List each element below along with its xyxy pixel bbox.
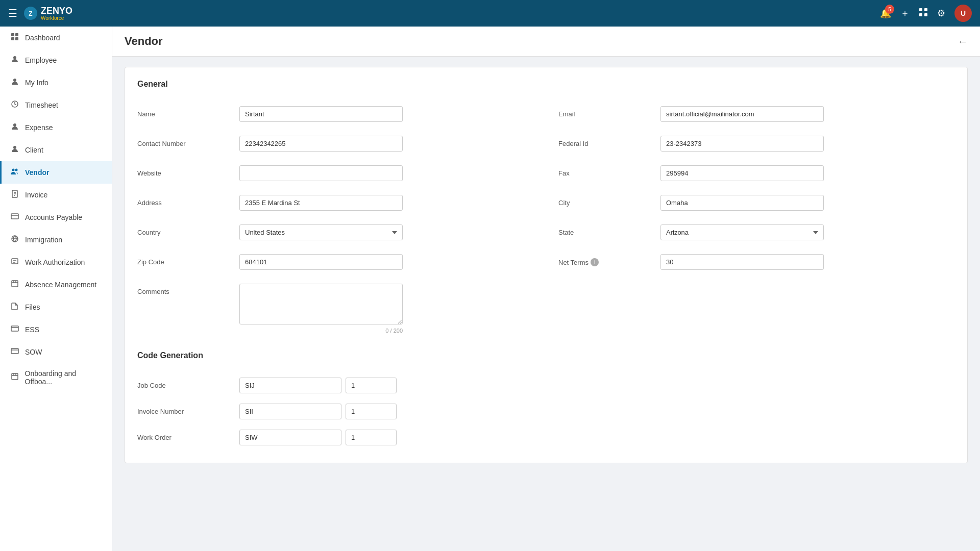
- svg-rect-23: [11, 348, 18, 354]
- sidebar-item-vendor[interactable]: Vendor: [0, 161, 112, 184]
- federal-id-row: Federal Id: [558, 131, 955, 160]
- comments-row: Comments 0 / 200: [137, 279, 546, 339]
- comments-label: Comments: [137, 284, 239, 295]
- user-avatar[interactable]: U: [954, 5, 972, 22]
- notification-bell[interactable]: 🔔 5: [880, 8, 891, 19]
- sidebar-item-client[interactable]: Client: [0, 139, 112, 161]
- comments-textarea[interactable]: [239, 284, 403, 324]
- state-row: State Arizona California Texas Nebraska: [558, 219, 955, 249]
- sidebar: Dashboard Employee My Info Timesheet: [0, 27, 112, 551]
- fax-row: Fax: [558, 160, 955, 190]
- myinfo-icon: [10, 78, 20, 88]
- general-section-title: General: [137, 80, 955, 89]
- sidebar-item-absence-management[interactable]: Absence Management: [0, 273, 112, 296]
- settings-button[interactable]: ⚙: [937, 8, 945, 19]
- sidebar-item-expense[interactable]: Expense: [0, 116, 112, 139]
- address-label: Address: [137, 195, 239, 207]
- vendor-form-card: General Name Contact Number: [125, 67, 968, 463]
- sidebar-item-dashboard[interactable]: Dashboard: [0, 27, 112, 49]
- sidebar-label-vendor: Vendor: [25, 168, 49, 177]
- zipcode-row: Zip Code: [137, 249, 546, 279]
- svg-rect-2: [919, 8, 922, 11]
- city-row: City: [558, 190, 955, 219]
- sidebar-label-employee: Employee: [25, 56, 57, 64]
- work-order-num-input[interactable]: [346, 430, 397, 445]
- name-row: Name: [137, 101, 546, 131]
- svg-point-11: [13, 79, 16, 82]
- sidebar-item-myinfo[interactable]: My Info: [0, 71, 112, 94]
- svg-rect-20: [12, 259, 18, 264]
- email-input[interactable]: [660, 106, 824, 122]
- work-order-prefix-input[interactable]: [239, 430, 341, 445]
- website-input[interactable]: [239, 165, 403, 181]
- job-code-num-input[interactable]: [346, 378, 397, 393]
- address-input[interactable]: [239, 195, 403, 211]
- sidebar-item-work-authorization[interactable]: Work Authorization: [0, 251, 112, 273]
- invoice-number-num-input[interactable]: [346, 404, 397, 419]
- svg-point-14: [13, 146, 16, 149]
- top-navigation: ☰ Z ZENYO Workforce 🔔 5 ＋ ⚙ U: [0, 0, 980, 27]
- sidebar-item-timesheet[interactable]: Timesheet: [0, 94, 112, 116]
- state-label: State: [558, 224, 660, 236]
- sidebar-label-files: Files: [25, 303, 40, 311]
- net-terms-input[interactable]: [660, 254, 824, 270]
- svg-rect-8: [11, 37, 14, 40]
- address-row: Address: [137, 190, 546, 219]
- svg-rect-24: [12, 373, 18, 380]
- nav-right: 🔔 5 ＋ ⚙ U: [880, 5, 972, 22]
- sidebar-label-expense: Expense: [25, 123, 53, 132]
- invoice-number-prefix-input[interactable]: [239, 404, 341, 419]
- page-title: Vendor: [125, 35, 163, 48]
- svg-rect-4: [919, 13, 922, 16]
- sidebar-item-ess[interactable]: ESS: [0, 318, 112, 341]
- invoice-icon: [10, 190, 20, 200]
- sidebar-scroll: Dashboard Employee My Info Timesheet: [0, 27, 112, 551]
- svg-rect-18: [11, 214, 18, 219]
- form-right-col: Email Federal Id Fax City: [546, 101, 955, 339]
- state-select[interactable]: Arizona California Texas Nebraska: [660, 224, 824, 240]
- hamburger-menu[interactable]: ☰: [8, 7, 17, 19]
- grid-icon: [919, 8, 928, 17]
- work-auth-icon: [10, 257, 20, 267]
- contact-input[interactable]: [239, 136, 403, 152]
- logo: Z ZENYO Workforce: [23, 6, 72, 21]
- sidebar-label-ess: ESS: [25, 325, 39, 334]
- sidebar-label-invoice: Invoice: [25, 191, 47, 199]
- sidebar-item-employee[interactable]: Employee: [0, 49, 112, 71]
- grid-menu[interactable]: [919, 8, 928, 19]
- job-code-label: Job Code: [137, 382, 239, 389]
- name-input[interactable]: [239, 106, 403, 122]
- svg-point-13: [13, 123, 16, 127]
- website-row: Website: [137, 160, 546, 190]
- svg-rect-22: [11, 326, 18, 331]
- invoice-number-label: Invoice Number: [137, 408, 239, 415]
- add-button[interactable]: ＋: [900, 7, 910, 19]
- sidebar-item-onboarding[interactable]: Onboarding and Offboa...: [0, 363, 112, 392]
- country-select[interactable]: United States Canada Mexico: [239, 224, 403, 240]
- zipcode-input[interactable]: [239, 254, 403, 270]
- svg-text:Z: Z: [29, 10, 32, 17]
- city-input[interactable]: [660, 195, 824, 211]
- net-terms-info-icon[interactable]: i: [591, 258, 599, 266]
- federal-id-input[interactable]: [660, 136, 824, 152]
- sidebar-item-invoice[interactable]: Invoice: [0, 184, 112, 206]
- immigration-icon: [10, 235, 20, 245]
- sow-icon: [10, 347, 20, 357]
- ess-icon: [10, 324, 20, 335]
- job-code-inputs: [239, 378, 397, 393]
- fax-input[interactable]: [660, 165, 824, 181]
- sidebar-label-dashboard: Dashboard: [25, 34, 60, 42]
- sidebar-item-accounts-payable[interactable]: Accounts Payable: [0, 206, 112, 229]
- svg-point-15: [12, 169, 15, 171]
- city-label: City: [558, 195, 660, 207]
- website-label: Website: [137, 165, 239, 177]
- sidebar-label-accounts-payable: Accounts Payable: [25, 213, 82, 221]
- job-code-prefix-input[interactable]: [239, 378, 341, 393]
- comments-char-count: 0 / 200: [239, 328, 403, 334]
- sidebar-item-sow[interactable]: SOW: [0, 341, 112, 363]
- sidebar-item-immigration[interactable]: Immigration: [0, 229, 112, 251]
- back-button[interactable]: ←: [958, 36, 968, 47]
- sidebar-item-files[interactable]: Files: [0, 296, 112, 318]
- form-grid: Name Contact Number Website Addr: [137, 101, 955, 339]
- zipcode-label: Zip Code: [137, 254, 239, 266]
